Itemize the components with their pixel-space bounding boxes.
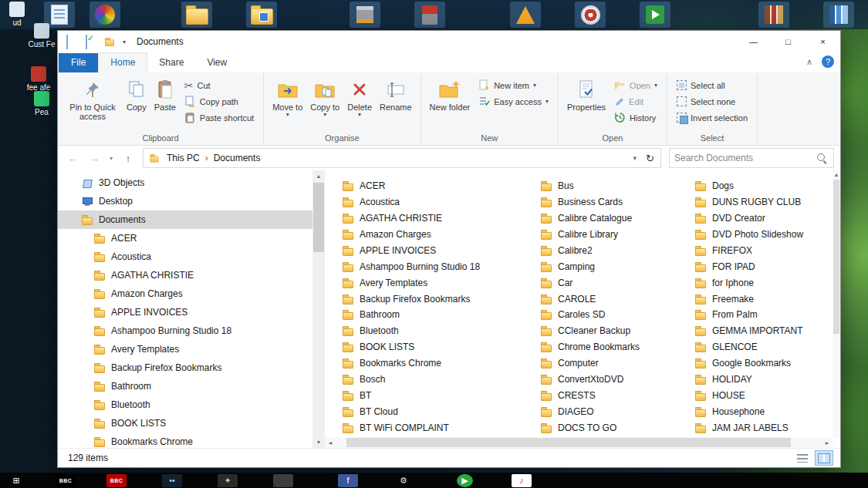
- paste-shortcut-button[interactable]: Paste shortcut: [180, 109, 258, 126]
- bbc-icon[interactable]: BBC: [56, 474, 76, 487]
- folder-item[interactable]: Bookmarks Chrome: [342, 355, 523, 372]
- folder-item[interactable]: ConvertXtoDVD: [540, 372, 677, 388]
- new-folder-icon[interactable]: [104, 36, 115, 47]
- recent-locations-dropdown-icon[interactable]: ▾: [106, 155, 117, 162]
- folder-item[interactable]: Calibre2: [540, 243, 677, 259]
- folder-item[interactable]: JAM JAR LABELS: [694, 419, 824, 436]
- folder-item[interactable]: Bosch: [342, 372, 523, 388]
- refresh-icon[interactable]: ↻: [643, 153, 657, 164]
- folder-item[interactable]: Chrome Bookmarks: [540, 339, 677, 355]
- nav-item[interactable]: Bluetooth: [58, 395, 325, 414]
- thumbnails-view-button[interactable]: [816, 451, 833, 465]
- select-none-button[interactable]: Select none: [672, 93, 752, 109]
- media-device-icon[interactable]: [414, 2, 445, 28]
- new-folder-button[interactable]: New folder: [426, 76, 475, 113]
- copy-to-button[interactable]: Copy to▾: [306, 76, 343, 120]
- nav-item[interactable]: 3D Objects: [58, 173, 325, 192]
- folder-item[interactable]: Bathroom: [342, 307, 523, 323]
- new-item-button[interactable]: New item▾: [474, 77, 553, 93]
- tab-share[interactable]: Share: [147, 53, 195, 72]
- picasa-pinwheel-icon[interactable]: [90, 2, 120, 28]
- address-dropdown-icon[interactable]: ▾: [627, 154, 643, 162]
- nav-item[interactable]: ACER: [58, 229, 325, 247]
- minimize-button[interactable]: —: [736, 31, 771, 52]
- details-view-button[interactable]: [794, 451, 811, 465]
- folder-item[interactable]: CRESTS: [540, 387, 677, 403]
- invert-selection-button[interactable]: Invert selection: [672, 109, 752, 126]
- folder-item[interactable]: Camping: [540, 258, 677, 274]
- maximize-button[interactable]: □: [771, 31, 806, 52]
- pin-to-quick-access-button[interactable]: Pin to Quick access: [62, 76, 123, 123]
- music-app-icon[interactable]: ♪: [512, 474, 532, 487]
- folder-item[interactable]: Amazon Charges: [342, 227, 523, 243]
- folder-item[interactable]: Housephone: [694, 403, 824, 419]
- paste-button[interactable]: Paste: [150, 76, 180, 113]
- folder-item[interactable]: Ashampoo Burning Studio 18: [342, 258, 523, 274]
- scrollbar-thumb[interactable]: [313, 183, 324, 252]
- breadcrumb-item[interactable]: Documents: [212, 153, 262, 163]
- tweetdeck-icon[interactable]: ••: [162, 474, 182, 487]
- qat-dropdown-icon[interactable]: ▾: [123, 39, 126, 45]
- folder-item[interactable]: FOR IPAD: [694, 258, 824, 274]
- scroll-down-icon[interactable]: ▼: [312, 436, 325, 448]
- folder-item[interactable]: From Palm: [694, 307, 824, 323]
- breadcrumb-item[interactable]: This PC: [165, 153, 201, 163]
- tab-home[interactable]: Home: [98, 52, 147, 72]
- pictures-folder-icon[interactable]: [246, 2, 277, 28]
- start-icon[interactable]: ⊞: [6, 474, 26, 487]
- forward-icon[interactable]: →: [84, 149, 104, 167]
- bbc-news-icon[interactable]: BBC: [106, 474, 127, 487]
- folder-item[interactable]: Car: [540, 274, 677, 291]
- nav-item[interactable]: Ashampoo Burning Studio 18: [58, 321, 325, 340]
- folder-item[interactable]: for Iphone: [694, 274, 824, 291]
- folder-item[interactable]: DVD Photo Slideshow: [694, 227, 824, 243]
- nav-item[interactable]: Bathroom: [58, 377, 325, 395]
- rename-button[interactable]: Rename: [376, 76, 416, 113]
- folder-item[interactable]: GEMMA IMPORTANT: [694, 323, 824, 339]
- folder-item[interactable]: DOCS TO GO: [540, 419, 677, 436]
- select-all-button[interactable]: Select all: [672, 77, 752, 93]
- folder-item[interactable]: DUNS RUGBY CLUB: [694, 194, 824, 210]
- dvd-burner-icon[interactable]: [575, 2, 606, 28]
- folder-item[interactable]: HOLIDAY: [694, 372, 824, 388]
- folder-item[interactable]: Bluetooth: [342, 323, 523, 339]
- nav-item[interactable]: Documents: [58, 210, 325, 229]
- address-box[interactable]: This PC › Documents ▾ ↻: [143, 148, 661, 168]
- cut-button[interactable]: ✂ Cut: [180, 77, 258, 93]
- folder-item[interactable]: DVD Creator: [694, 210, 824, 227]
- folder-item[interactable]: BOOK LISTS: [342, 339, 523, 355]
- dark-app-icon[interactable]: [273, 474, 293, 487]
- copy-button[interactable]: Copy: [123, 76, 150, 113]
- folder-item[interactable]: Avery Templates: [342, 274, 523, 291]
- content-horizontal-scrollbar[interactable]: ◄ ►: [325, 437, 833, 448]
- folder-item[interactable]: Dogs: [694, 178, 824, 194]
- folder-item[interactable]: Backup Firefox Bookmarks: [342, 291, 523, 307]
- nav-item[interactable]: AGATHA CHRISTIE: [58, 266, 325, 284]
- nav-item[interactable]: Bookmarks Chrome: [58, 432, 325, 448]
- folder-item[interactable]: Business Cards: [540, 194, 677, 210]
- export-arrow-icon[interactable]: [640, 2, 670, 28]
- collapse-ribbon-icon[interactable]: ∧: [806, 57, 812, 67]
- scroll-up-icon[interactable]: ▲: [833, 170, 840, 177]
- properties-button[interactable]: Properties: [563, 76, 610, 113]
- content-vertical-scrollbar[interactable]: ▲: [833, 170, 840, 437]
- edit-button[interactable]: Edit: [610, 93, 662, 109]
- delete-button[interactable]: Delete▾: [343, 76, 376, 120]
- properties-check-icon[interactable]: [84, 35, 96, 48]
- folder-item[interactable]: CCleaner Backup: [540, 323, 677, 339]
- folder-item[interactable]: Acoustica: [342, 194, 523, 210]
- folder-item[interactable]: DIAGEO: [540, 403, 677, 419]
- nav-item[interactable]: Acoustica: [58, 247, 325, 266]
- folder-item[interactable]: AGATHA CHRISTIE: [342, 210, 523, 227]
- desktop-icon[interactable]: fee afe: [22, 66, 56, 92]
- nav-item[interactable]: Backup Firefox Bookmarks: [58, 358, 325, 377]
- up-icon[interactable]: ↑: [118, 149, 138, 167]
- folder-item[interactable]: Caroles SD: [540, 307, 677, 323]
- folder-item[interactable]: ACER: [342, 178, 523, 194]
- folder-item[interactable]: Freemake: [694, 291, 824, 307]
- facebook-icon[interactable]: f: [338, 474, 358, 487]
- close-button[interactable]: ×: [806, 31, 840, 52]
- folder-item[interactable]: Calibre Library: [540, 227, 677, 243]
- folder-item[interactable]: BT: [342, 387, 523, 403]
- scrollbar-thumb[interactable]: [346, 438, 791, 447]
